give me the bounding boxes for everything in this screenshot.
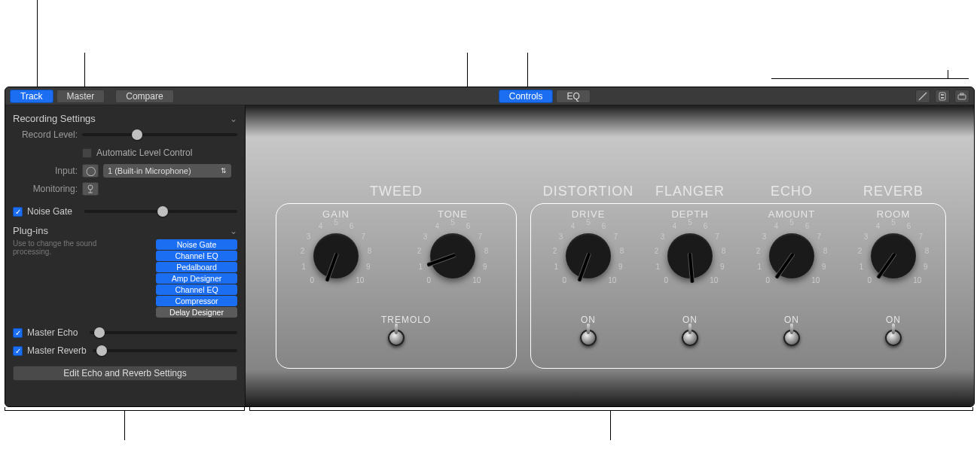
scale-tick: 4 [435, 221, 440, 230]
callout-line [972, 407, 973, 411]
callout-line [771, 78, 772, 79]
scale-tick: 1 [301, 262, 306, 270]
scale-tick: 0 [562, 275, 566, 284]
room-knob[interactable]: ROOM012345678910 [859, 222, 927, 290]
callout-line [249, 407, 250, 411]
auto-level-checkbox[interactable]: ✓ [82, 148, 92, 158]
scale-tick: 5 [891, 218, 896, 226]
scale-tick: 5 [586, 218, 591, 226]
record-level-slider[interactable] [82, 133, 237, 136]
master-echo-checkbox[interactable]: ✓ [13, 328, 23, 338]
drive-knob[interactable]: DRIVE012345678910 [554, 222, 622, 290]
plugins-help-text: Use to change the sound processing. [13, 239, 126, 256]
callout-line [244, 407, 245, 411]
echo-toggle[interactable]: ON [777, 315, 807, 346]
svg-point-5 [88, 185, 93, 190]
scale-tick: 7 [817, 232, 822, 240]
scale-tick: 5 [789, 218, 794, 226]
master-echo-label: Master Echo [27, 327, 78, 338]
reverb-toggle[interactable]: ON [878, 315, 908, 346]
master-echo-slider[interactable] [90, 331, 237, 334]
plugin-item[interactable]: Channel EQ [156, 284, 237, 295]
tuner-icon[interactable] [915, 90, 930, 103]
scale-tick: 10 [710, 275, 718, 284]
eq-tab[interactable]: EQ [556, 90, 590, 103]
scale-tick: 8 [368, 246, 372, 254]
plugin-item[interactable]: Noise Gate [156, 239, 237, 250]
scale-tick: 5 [334, 218, 338, 226]
scale-tick: 9 [924, 262, 928, 270]
scale-tick: 2 [553, 246, 557, 254]
master-reverb-slider[interactable] [93, 349, 237, 352]
scale-tick: 2 [858, 246, 862, 254]
recording-settings-title: Recording Settings [13, 113, 96, 124]
scale-tick: 3 [762, 232, 767, 240]
svg-rect-0 [939, 93, 945, 100]
master-button[interactable]: Master [56, 90, 105, 103]
callout-line [37, 0, 38, 89]
callout-line [948, 70, 948, 79]
tweed-title: TWEED [347, 184, 445, 199]
scale-tick: 0 [765, 275, 770, 284]
recording-settings-header[interactable]: Recording Settings ⌄ [13, 113, 237, 124]
distortion-toggle[interactable]: ON [573, 315, 603, 346]
input-source-popup[interactable]: 1 (Built-in Microphone) ⇅ [103, 164, 231, 178]
scale-tick: 9 [483, 262, 487, 270]
toolbox-icon[interactable] [954, 90, 969, 103]
plugin-item[interactable]: Delay Designer [156, 307, 237, 318]
scale-tick: 6 [350, 221, 354, 230]
plugins-list: Noise GateChannel EQPedalboardAmp Design… [156, 239, 237, 318]
noise-gate-checkbox[interactable]: ✓ [13, 207, 23, 217]
scale-tick: 2 [756, 246, 761, 254]
scale-tick: 4 [571, 221, 575, 230]
popup-arrows-icon: ⇅ [221, 167, 227, 175]
gain-knob[interactable]: GAIN012345678910 [302, 222, 370, 290]
auto-level-label: Automatic Level Control [96, 147, 192, 158]
scale-tick: 3 [307, 232, 311, 240]
scale-tick: 9 [618, 262, 623, 270]
smart-controls-window: Track Master Compare Controls EQ Recordi… [5, 87, 975, 407]
controls-tab[interactable]: Controls [499, 90, 554, 103]
monitoring-label: Monitoring: [13, 184, 78, 194]
scale-tick: 3 [661, 232, 665, 240]
plugins-header[interactable]: Plug-ins ⌄ [13, 225, 237, 236]
fx-title: ECHO [743, 184, 841, 199]
controls-stage: TWEED TREMOLO GAIN012345678910TONE012345… [245, 105, 974, 406]
callout-line [5, 407, 5, 411]
flanger-toggle[interactable]: ON [675, 315, 705, 346]
input-format-button[interactable]: ◯ [82, 164, 99, 178]
plugin-item[interactable]: Compressor [156, 296, 237, 306]
chevron-down-icon: ⌄ [230, 226, 237, 236]
callout-line [84, 53, 85, 89]
master-reverb-checkbox[interactable]: ✓ [13, 346, 23, 356]
noise-gate-label: Noise Gate [27, 206, 72, 217]
callout-line [610, 410, 611, 440]
arpeggiator-icon[interactable] [935, 90, 950, 103]
callout-line [925, 78, 969, 79]
scale-tick: 6 [907, 221, 911, 230]
scale-tick: 0 [310, 275, 314, 284]
track-button[interactable]: Track [10, 90, 53, 103]
plugin-item[interactable]: Pedalboard [156, 262, 237, 272]
noise-gate-slider[interactable] [84, 210, 237, 213]
amount-knob[interactable]: AMOUNT012345678910 [758, 222, 826, 290]
compare-button[interactable]: Compare [115, 90, 173, 103]
topbar: Track Master Compare Controls EQ [5, 87, 974, 105]
plugin-item[interactable]: Amp Designer [156, 273, 237, 284]
edit-echo-reverb-button[interactable]: Edit Echo and Reverb Settings [13, 366, 237, 381]
right-icons [915, 90, 969, 103]
scale-tick: 1 [757, 262, 762, 270]
scale-tick: 7 [478, 232, 483, 240]
depth-knob[interactable]: DEPTH012345678910 [656, 222, 724, 290]
callout-line [249, 410, 972, 411]
tremolo-toggle[interactable]: TREMOLO [381, 315, 411, 346]
monitoring-button[interactable] [82, 182, 99, 196]
input-label: Input: [13, 166, 78, 176]
master-reverb-label: Master Reverb [27, 345, 87, 356]
tone-knob[interactable]: TONE012345678910 [419, 222, 487, 290]
scale-tick: 8 [925, 246, 930, 254]
plugin-item[interactable]: Channel EQ [156, 251, 237, 261]
scale-tick: 6 [602, 221, 606, 230]
svg-rect-2 [941, 97, 944, 99]
fx-title: DISTORTION [539, 184, 637, 199]
